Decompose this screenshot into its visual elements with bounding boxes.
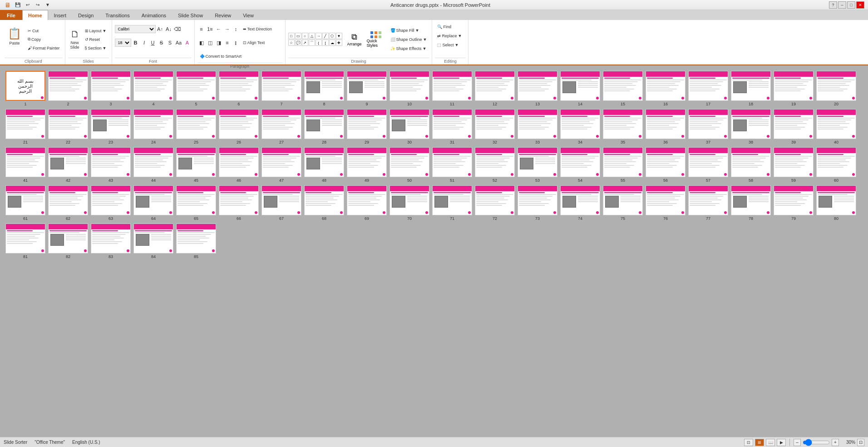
numbering-button[interactable]: 1≡: [206, 25, 214, 33]
slide-thumb-80[interactable]: 80: [816, 185, 856, 221]
customize-qat-btn[interactable]: ▼: [44, 1, 52, 9]
text-shadow-button[interactable]: S: [166, 39, 174, 47]
slide-thumb-49[interactable]: 49: [347, 147, 387, 183]
shape-fill-button[interactable]: 🪣 Shape Fill▼: [388, 26, 429, 35]
slide-thumb-57[interactable]: 57: [688, 147, 728, 183]
slide-thumb-43[interactable]: 43: [91, 147, 131, 183]
minimize-btn[interactable]: –: [838, 1, 846, 9]
slide-thumb-8[interactable]: 8: [304, 71, 344, 106]
slide-thumb-15[interactable]: 15: [603, 71, 643, 106]
slide-thumb-19[interactable]: 19: [774, 71, 814, 106]
tab-view[interactable]: View: [237, 10, 260, 20]
bullets-button[interactable]: ≡: [197, 25, 206, 33]
slide-thumb-72[interactable]: 72: [475, 185, 515, 221]
slide-thumb-65[interactable]: 65: [176, 185, 216, 221]
tab-review[interactable]: Review: [209, 10, 237, 20]
tab-slideshow[interactable]: Slide Show: [172, 10, 209, 20]
decrease-indent-button[interactable]: ←: [215, 25, 223, 33]
format-painter-button[interactable]: 🖌 Format Painter: [25, 44, 62, 52]
paste-button[interactable]: 📋 Paste: [5, 21, 25, 52]
slide-thumb-16[interactable]: 16: [646, 71, 686, 106]
slide-thumb-63[interactable]: 63: [91, 185, 131, 221]
slide-thumb-25[interactable]: 25: [176, 109, 216, 144]
shape-callout[interactable]: 💬: [295, 40, 301, 46]
slide-thumb-29[interactable]: 29: [347, 109, 387, 144]
slide-thumb-79[interactable]: 79: [774, 185, 814, 221]
slide-thumb-20[interactable]: 20: [816, 71, 856, 106]
zoom-in-btn[interactable]: +: [832, 439, 839, 446]
change-case-button[interactable]: Aa: [175, 39, 183, 47]
select-button[interactable]: ⬚ Select▼: [435, 41, 461, 49]
slide-thumb-2[interactable]: 2: [48, 71, 88, 106]
replace-button[interactable]: ⇄ Replace▼: [435, 32, 464, 40]
slide-thumb-75[interactable]: 75: [603, 185, 643, 221]
decrease-font-btn[interactable]: A↓: [165, 25, 173, 33]
slide-thumb-35[interactable]: 35: [603, 109, 643, 144]
slide-thumb-67[interactable]: 67: [261, 185, 301, 221]
increase-font-btn[interactable]: A↑: [156, 25, 164, 33]
slide-thumb-76[interactable]: 76: [646, 185, 686, 221]
align-right-button[interactable]: ◨: [215, 39, 223, 47]
shape-arrow[interactable]: →: [316, 33, 322, 39]
tab-file[interactable]: File: [0, 10, 22, 20]
cols-button[interactable]: ⫿: [232, 39, 240, 47]
slide-thumb-66[interactable]: 66: [219, 185, 259, 221]
shape-bracket[interactable]: [: [322, 40, 329, 46]
shape-rect[interactable]: □: [288, 33, 295, 39]
tab-insert[interactable]: Insert: [48, 10, 73, 20]
slide-thumb-24[interactable]: 24: [133, 109, 173, 144]
slide-thumb-64[interactable]: 64: [133, 185, 173, 221]
slide-thumb-56[interactable]: 56: [646, 147, 686, 183]
slide-thumb-71[interactable]: 71: [432, 185, 472, 221]
convert-smartart-button[interactable]: 🔷 Convert to SmartArt: [197, 52, 244, 60]
font-color-button[interactable]: A: [183, 39, 192, 47]
slide-thumb-33[interactable]: 33: [518, 109, 557, 144]
shape-cloud[interactable]: ☁: [329, 40, 335, 46]
normal-view-btn[interactable]: ⊡: [744, 439, 753, 446]
slide-thumb-26[interactable]: 26: [219, 109, 259, 144]
clear-format-btn[interactable]: ⌫: [173, 25, 182, 33]
find-button[interactable]: 🔍 Find: [435, 23, 454, 31]
bold-button[interactable]: B: [132, 39, 140, 47]
slide-thumb-18[interactable]: 18: [731, 71, 771, 106]
shape-outline-button[interactable]: ⬜ Shape Outline▼: [388, 35, 429, 44]
font-size-selector[interactable]: 18: [115, 39, 131, 47]
reset-button[interactable]: ↺ Reset: [83, 35, 109, 44]
fit-window-btn[interactable]: ⊡: [857, 439, 864, 446]
layout-button[interactable]: ⊞ Layout▼: [83, 27, 109, 35]
new-slide-button[interactable]: 🗋 NewSlide: [68, 24, 82, 55]
slide-thumb-50[interactable]: 50: [390, 147, 429, 183]
slide-thumb-41[interactable]: 41: [5, 147, 45, 183]
align-center-button[interactable]: ◫: [206, 39, 214, 47]
strikethrough-button[interactable]: S: [158, 39, 166, 47]
italic-button[interactable]: I: [140, 39, 148, 47]
font-name-selector[interactable]: Calibri: [115, 25, 156, 33]
slide-thumb-85[interactable]: 85: [176, 224, 216, 259]
line-spacing-button[interactable]: ↕: [232, 25, 240, 33]
shape-brace[interactable]: {: [316, 40, 322, 46]
slide-thumb-48[interactable]: 48: [304, 147, 344, 183]
slide-sorter-btn[interactable]: ⊞: [755, 439, 764, 446]
slide-thumb-44[interactable]: 44: [133, 147, 173, 183]
slide-thumb-13[interactable]: 13: [518, 71, 557, 106]
slide-thumb-83[interactable]: 83: [91, 224, 131, 259]
slide-thumb-42[interactable]: 42: [48, 147, 88, 183]
slide-thumb-61[interactable]: 61: [5, 185, 45, 221]
shape-effects-button[interactable]: ✨ Shape Effects▼: [388, 45, 429, 53]
slide-thumb-37[interactable]: 37: [688, 109, 728, 144]
tab-home[interactable]: Home: [22, 10, 48, 20]
slide-thumb-81[interactable]: 81: [5, 224, 45, 259]
slide-thumb-70[interactable]: 70: [390, 185, 429, 221]
justify-button[interactable]: ≡: [223, 39, 232, 47]
shape-more[interactable]: ▼: [336, 33, 342, 39]
zoom-out-btn[interactable]: –: [794, 439, 801, 446]
shape-pentagon[interactable]: ⬠: [329, 33, 335, 39]
maximize-btn[interactable]: □: [847, 1, 855, 9]
slide-thumb-12[interactable]: 12: [475, 71, 515, 106]
save-qat-btn[interactable]: 💾: [14, 1, 22, 9]
slide-thumb-17[interactable]: 17: [688, 71, 728, 106]
slide-thumb-53[interactable]: 53: [518, 147, 557, 183]
tab-animations[interactable]: Animations: [136, 10, 172, 20]
slide-thumb-62[interactable]: 62: [48, 185, 88, 221]
slide-thumb-38[interactable]: 38: [731, 109, 771, 144]
